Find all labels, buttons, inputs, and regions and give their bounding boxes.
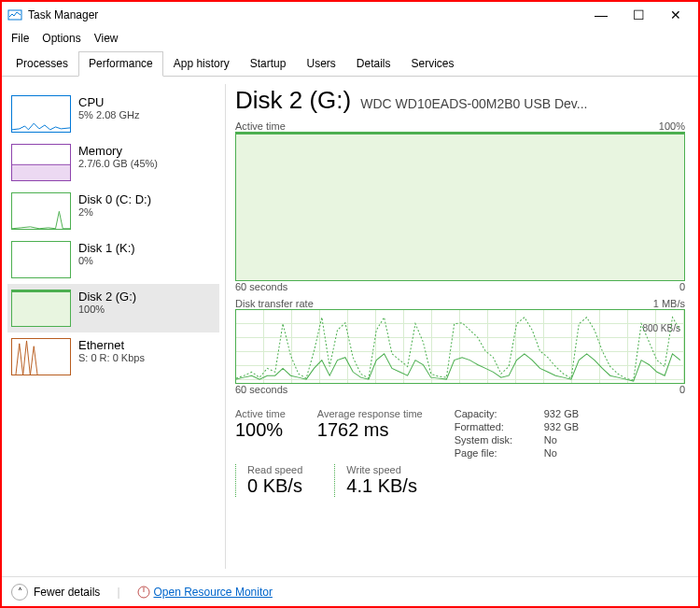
content: Disk 2 (G:) WDC WD10EADS-00M2B0 USB Dev.… bbox=[226, 77, 698, 576]
capacity-table: Capacity:932 GB Formatted:932 GB System … bbox=[455, 408, 579, 460]
tab-performance[interactable]: Performance bbox=[78, 51, 163, 77]
menu-file[interactable]: File bbox=[11, 32, 29, 47]
stat-label: Active time bbox=[235, 408, 286, 419]
stat-value: 100% bbox=[235, 419, 286, 441]
sidebar-label: Ethernet bbox=[78, 338, 145, 352]
tab-app-history[interactable]: App history bbox=[163, 51, 240, 77]
tabs: Processes Performance App history Startu… bbox=[2, 50, 698, 77]
cap-key: System disk: bbox=[455, 434, 529, 445]
cap-val: No bbox=[544, 447, 557, 459]
active-time-chart bbox=[235, 132, 685, 281]
fewer-details-button[interactable]: Fewer details bbox=[34, 586, 100, 599]
chart-xmin: 60 seconds bbox=[235, 281, 287, 292]
sidebar-value: 2.7/6.0 GB (45%) bbox=[78, 158, 158, 169]
stats-row-1: Active time 100% Average response time 1… bbox=[235, 408, 685, 460]
menu-view[interactable]: View bbox=[94, 32, 119, 47]
chart-label: Active time bbox=[235, 120, 286, 132]
svg-rect-4 bbox=[236, 133, 684, 280]
disk0-thumb bbox=[11, 192, 71, 230]
transfer-rate-chart: 800 KB/s bbox=[235, 309, 685, 384]
body: CPU5% 2.08 GHz Memory2.7/6.0 GB (45%) Di… bbox=[2, 77, 698, 576]
stat-value: 4.1 KB/s bbox=[346, 475, 417, 497]
window-title: Task Manager bbox=[28, 8, 590, 21]
stat-label: Read speed bbox=[247, 464, 302, 475]
disk1-thumb bbox=[11, 241, 71, 278]
sidebar-value: 5% 2.08 GHz bbox=[78, 109, 139, 120]
sidebar-value: 100% bbox=[78, 304, 136, 315]
sidebar-item-disk1[interactable]: Disk 1 (K:)0% bbox=[7, 235, 219, 284]
sidebar-value: 2% bbox=[78, 206, 151, 218]
sidebar-item-cpu[interactable]: CPU5% 2.08 GHz bbox=[7, 90, 219, 138]
cpu-thumb bbox=[11, 95, 71, 133]
sidebar-value: 0% bbox=[78, 255, 135, 266]
stat-label: Write speed bbox=[346, 464, 417, 475]
svg-rect-1 bbox=[12, 164, 70, 180]
stat-write-speed: Write speed 4.1 KB/s bbox=[334, 464, 417, 497]
sidebar-label: Disk 1 (K:) bbox=[78, 241, 135, 255]
tab-processes[interactable]: Processes bbox=[6, 51, 78, 77]
chart-transfer-rate: Disk transfer rate1 MB/s 800 KB/s 60 sec… bbox=[235, 298, 685, 395]
menu-options[interactable]: Options bbox=[42, 32, 80, 47]
stat-active-time: Active time 100% bbox=[235, 408, 286, 460]
stats-row-2: Read speed 0 KB/s Write speed 4.1 KB/s bbox=[235, 464, 685, 497]
chart-xmax: 0 bbox=[679, 384, 685, 395]
task-manager-icon bbox=[7, 7, 22, 22]
memory-thumb bbox=[11, 144, 71, 181]
tab-users[interactable]: Users bbox=[296, 51, 345, 77]
cap-key: Capacity: bbox=[455, 408, 529, 419]
content-header: Disk 2 (G:) WDC WD10EADS-00M2B0 USB Dev.… bbox=[235, 86, 685, 115]
sidebar-item-disk0[interactable]: Disk 0 (C: D:)2% bbox=[7, 187, 219, 235]
sidebar-label: Disk 0 (C: D:) bbox=[78, 192, 151, 206]
disk-model: WDC WD10EADS-00M2B0 USB Dev... bbox=[360, 96, 685, 111]
page-title: Disk 2 (G:) bbox=[235, 86, 351, 115]
chart-max: 1 MB/s bbox=[653, 298, 685, 309]
resource-monitor-icon bbox=[137, 586, 150, 599]
titlebar: Task Manager — ☐ ✕ bbox=[2, 2, 698, 28]
sidebar-item-ethernet[interactable]: EthernetS: 0 R: 0 Kbps bbox=[7, 332, 219, 381]
chart-max: 100% bbox=[659, 120, 685, 132]
chart-xmax: 0 bbox=[679, 281, 685, 292]
ethernet-thumb bbox=[11, 338, 71, 375]
stat-value: 0 KB/s bbox=[247, 475, 302, 497]
sidebar-item-disk2[interactable]: Disk 2 (G:)100% bbox=[7, 284, 219, 332]
tab-details[interactable]: Details bbox=[346, 51, 401, 77]
cap-val: 932 GB bbox=[544, 421, 579, 432]
stat-avg-response: Average response time 1762 ms bbox=[317, 408, 423, 460]
chart-label: Disk transfer rate bbox=[235, 298, 314, 309]
tab-services[interactable]: Services bbox=[401, 51, 465, 77]
sidebar-label: Memory bbox=[78, 144, 158, 158]
disk2-thumb bbox=[11, 290, 71, 327]
link-text: Open Resource Monitor bbox=[154, 586, 273, 599]
sidebar: CPU5% 2.08 GHz Memory2.7/6.0 GB (45%) Di… bbox=[2, 84, 226, 569]
chart-active-time: Active time100% 60 seconds0 bbox=[235, 120, 685, 292]
cap-key: Formatted: bbox=[455, 421, 529, 432]
sidebar-value: S: 0 R: 0 Kbps bbox=[78, 352, 145, 363]
stat-label: Average response time bbox=[317, 408, 423, 419]
open-resource-monitor-link[interactable]: Open Resource Monitor bbox=[137, 586, 273, 599]
stat-read-speed: Read speed 0 KB/s bbox=[235, 464, 302, 497]
statusbar: ˄ Fewer details | Open Resource Monitor bbox=[2, 576, 698, 606]
minimize-button[interactable]: — bbox=[590, 4, 612, 26]
menubar: File Options View bbox=[2, 28, 698, 50]
window-controls: — ☐ ✕ bbox=[590, 4, 693, 26]
sidebar-label: CPU bbox=[78, 95, 139, 109]
maximize-button[interactable]: ☐ bbox=[627, 4, 650, 26]
divider: | bbox=[117, 586, 119, 599]
sidebar-item-memory[interactable]: Memory2.7/6.0 GB (45%) bbox=[7, 138, 219, 187]
sidebar-label: Disk 2 (G:) bbox=[78, 290, 136, 304]
chart-xmin: 60 seconds bbox=[235, 384, 287, 395]
stat-value: 1762 ms bbox=[317, 419, 423, 441]
cap-key: Page file: bbox=[455, 447, 529, 459]
cap-val: No bbox=[544, 434, 557, 445]
chevron-up-icon[interactable]: ˄ bbox=[11, 584, 28, 601]
cap-val: 932 GB bbox=[544, 408, 579, 419]
tab-startup[interactable]: Startup bbox=[240, 51, 297, 77]
close-button[interactable]: ✕ bbox=[665, 4, 687, 26]
